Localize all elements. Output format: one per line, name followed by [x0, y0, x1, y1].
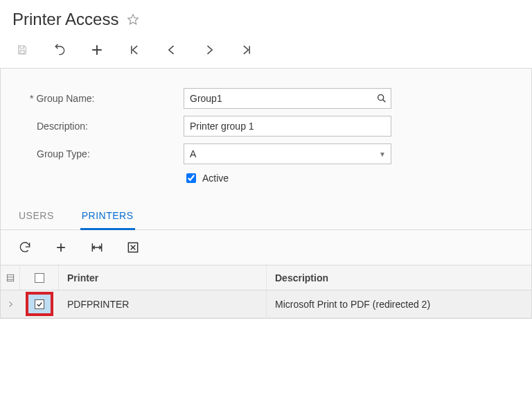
- expand-row-icon[interactable]: [1, 290, 20, 317]
- form-panel: *Group Name: Description:: [0, 68, 532, 319]
- group-name-label: *Group Name:: [17, 93, 184, 104]
- cell-printer: PDFPRINTER: [59, 290, 267, 317]
- grid-toolbar: +: [1, 230, 531, 265]
- next-record-button[interactable]: [201, 42, 218, 58]
- table-row[interactable]: PDFPRINTER Microsoft Print to PDF (redir…: [1, 290, 531, 318]
- printers-grid: Printer Description PDFPRINTER Microsoft…: [1, 265, 531, 318]
- select-all-checkbox[interactable]: [20, 265, 59, 290]
- tabs: USERS PRINTERS: [1, 198, 531, 230]
- column-width-button[interactable]: [89, 240, 105, 255]
- active-label: Active: [202, 173, 229, 184]
- svg-rect-12: [7, 274, 13, 281]
- first-record-button[interactable]: [126, 42, 143, 58]
- group-name-input[interactable]: [184, 88, 391, 109]
- grid-header: Printer Description: [1, 265, 531, 290]
- save-button: [14, 42, 30, 58]
- favorite-star-icon[interactable]: [127, 13, 139, 26]
- tab-printers[interactable]: PRINTERS: [80, 210, 135, 230]
- group-type-label: Group Type:: [17, 148, 184, 159]
- add-button[interactable]: +: [89, 42, 105, 58]
- svg-marker-0: [128, 15, 139, 24]
- svg-rect-1: [20, 51, 24, 54]
- undo-button[interactable]: [51, 42, 68, 58]
- required-marker: *: [30, 93, 33, 104]
- previous-record-button[interactable]: [163, 42, 180, 58]
- row-checkbox[interactable]: [35, 299, 44, 309]
- description-input[interactable]: [184, 116, 391, 137]
- last-record-button[interactable]: [238, 42, 255, 58]
- refresh-button[interactable]: [17, 240, 33, 255]
- add-row-button[interactable]: +: [53, 240, 69, 255]
- main-toolbar: +: [0, 35, 532, 68]
- group-type-select[interactable]: [184, 143, 391, 164]
- export-excel-button[interactable]: [125, 240, 141, 255]
- tab-users[interactable]: USERS: [17, 210, 55, 230]
- active-checkbox[interactable]: [186, 173, 196, 183]
- row-settings-icon[interactable]: [1, 265, 20, 290]
- row-highlight: [26, 292, 53, 316]
- column-header-description[interactable]: Description: [267, 265, 531, 290]
- page-title: Printer Access: [12, 10, 118, 29]
- cell-description: Microsoft Print to PDF (redirected 2): [267, 290, 531, 317]
- column-header-printer[interactable]: Printer: [59, 265, 267, 290]
- description-label: Description:: [17, 121, 184, 132]
